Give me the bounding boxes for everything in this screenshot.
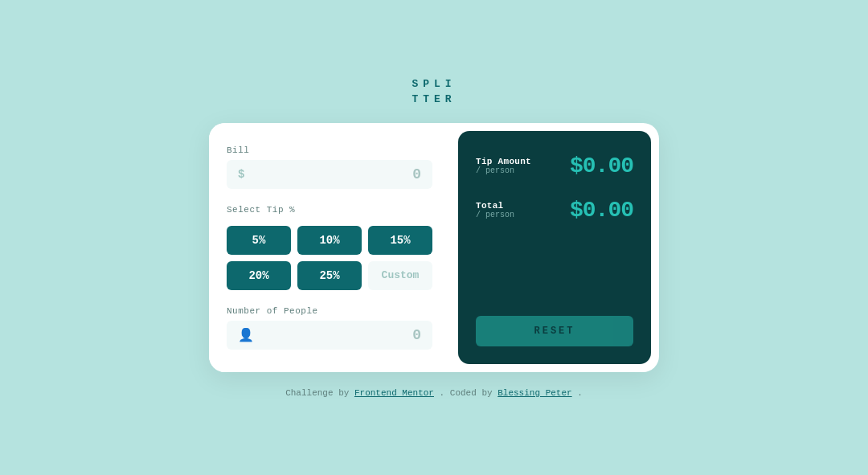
footer-text-before: Challenge by <box>285 388 354 398</box>
footer-link-frontend-mentor[interactable]: Frontend Mentor <box>354 388 434 398</box>
total-per-person: / person <box>476 211 514 219</box>
tip-btn-5[interactable]: 5% <box>227 226 291 255</box>
footer-link-author[interactable]: Blessing Peter <box>497 388 571 398</box>
result-section: Tip Amount / person $0.00 Total / person… <box>476 154 633 223</box>
app-logo: SPLI TTER <box>411 77 456 106</box>
tip-grid: 5% 10% 15% 20% 25% Custom <box>227 226 432 290</box>
bill-input-wrapper: $ <box>227 160 432 189</box>
calculator-card: Bill $ Select Tip % 5% 10% 15% 20% 25% C… <box>209 123 659 372</box>
people-input[interactable] <box>254 327 421 343</box>
tip-btn-custom[interactable]: Custom <box>368 261 432 290</box>
footer-text-middle: . Coded by <box>440 388 498 398</box>
tip-btn-15[interactable]: 15% <box>368 226 432 255</box>
tip-btn-20[interactable]: 20% <box>227 261 291 290</box>
bill-label: Bill <box>227 145 432 155</box>
people-label: Number of People <box>227 306 432 316</box>
total-label-group: Total / person <box>476 201 514 219</box>
tip-section: Select Tip % 5% 10% 15% 20% 25% Custom <box>227 205 432 290</box>
tip-amount-title: Tip Amount <box>476 157 531 166</box>
left-panel: Bill $ Select Tip % 5% 10% 15% 20% 25% C… <box>209 123 450 372</box>
tip-label: Select Tip % <box>227 205 432 215</box>
bill-input[interactable] <box>244 166 421 182</box>
tip-btn-10[interactable]: 10% <box>297 226 362 255</box>
tip-amount-per-person: / person <box>476 166 531 175</box>
app-wrapper: SPLI TTER Bill $ Select Tip % 5% 10% 15% <box>209 77 659 397</box>
tip-amount-label-group: Tip Amount / person <box>476 157 531 175</box>
total-value: $0.00 <box>570 198 633 223</box>
total-row: Total / person $0.00 <box>476 198 633 223</box>
tip-amount-value: $0.00 <box>570 154 633 178</box>
total-title: Total <box>476 201 514 211</box>
footer-text-after: . <box>577 388 583 398</box>
logo-line2: TTER <box>411 92 456 107</box>
people-section: Number of People 👤 <box>227 306 432 350</box>
dollar-icon: $ <box>238 168 244 181</box>
footer: Challenge by Frontend Mentor . Coded by … <box>285 388 583 398</box>
right-panel: Tip Amount / person $0.00 Total / person… <box>458 131 651 364</box>
tip-amount-row: Tip Amount / person $0.00 <box>476 154 633 178</box>
person-icon: 👤 <box>238 327 254 343</box>
tip-btn-25[interactable]: 25% <box>297 261 362 290</box>
logo-line1: SPLI <box>411 77 456 92</box>
people-input-wrapper: 👤 <box>227 321 432 350</box>
bill-field: Bill $ <box>227 145 432 189</box>
reset-button[interactable]: RESET <box>476 316 633 346</box>
